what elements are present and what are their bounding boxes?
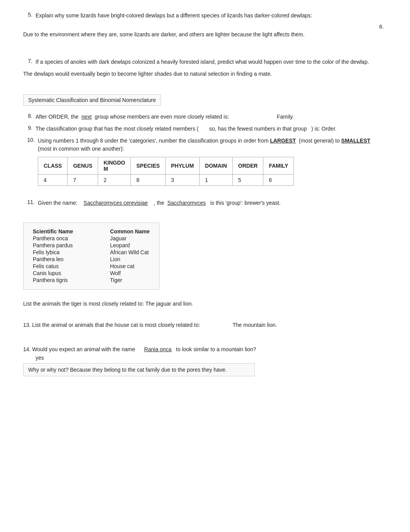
item-11-text: Given the name: Saccharomyces cerevisiae… bbox=[38, 199, 387, 207]
scientific-names-table: Scientific Name Common Name Panthera onc… bbox=[23, 223, 159, 290]
item-13-text: 13. List the animal or animals that the … bbox=[23, 321, 387, 329]
col-order: ORDER bbox=[232, 157, 263, 175]
item-14-answer2-container: Why or why not? Because they belong to t… bbox=[23, 363, 255, 376]
col-domain: DOMAIN bbox=[200, 157, 233, 175]
item-7-answer: The dewlaps would eventually begin to be… bbox=[23, 70, 387, 78]
val-domain: 1 bbox=[200, 175, 233, 186]
common-name-6: Wolf bbox=[110, 270, 121, 276]
item-8-answer: Family. bbox=[277, 114, 294, 120]
item-9-text: The classification group that has the mo… bbox=[36, 125, 387, 133]
item-14-answer2-text: Why or why not? Because they belong to t… bbox=[28, 367, 227, 373]
sci-name-4: Panthera leo bbox=[33, 256, 95, 262]
item-14-answer2-box: Why or why not? Because they belong to t… bbox=[23, 363, 387, 376]
item-13-answer: The mountain lion. bbox=[232, 322, 277, 328]
sci-row-6: Canis lupus Wolf bbox=[33, 270, 150, 276]
sci-header-common: Common Name bbox=[110, 228, 150, 235]
col-phylum: PHYLUM bbox=[165, 157, 199, 175]
sci-row-2: Panthera pardus Leopard bbox=[33, 242, 150, 248]
classification-label-text: Systematic Classification and Binomial N… bbox=[28, 97, 156, 103]
sci-row-4: Panthera leo Lion bbox=[33, 256, 150, 262]
sci-name-2: Panthera pardus bbox=[33, 242, 95, 248]
common-name-1: Jaguar bbox=[110, 235, 127, 241]
item-12: List the animals the tiger is most close… bbox=[23, 300, 387, 308]
item-14-question: 14. Would you expect an animal with the … bbox=[23, 345, 387, 354]
item-11-content: Given the name: Saccharomyces cerevisiae… bbox=[38, 199, 387, 207]
sci-name-7: Panthera tigris bbox=[33, 277, 95, 283]
item-7-answer-text: The dewlaps would eventually begin to be… bbox=[23, 70, 387, 78]
sci-row-3: Felis lybica African Wild Cat bbox=[33, 249, 150, 255]
common-name-3: African Wild Cat bbox=[110, 249, 149, 255]
sci-name-1: Panthera onca bbox=[33, 235, 95, 241]
col-family: FAMILY bbox=[263, 157, 294, 175]
item-6-num: 6. bbox=[23, 24, 387, 30]
sci-name-5: Felis catus bbox=[33, 263, 95, 269]
item-12-text: List the animals the tiger is most close… bbox=[23, 300, 387, 308]
item-5-num: 5. bbox=[23, 12, 36, 20]
item-9: 9. The classification group that has the… bbox=[23, 125, 387, 133]
sci-row-7: Panthera tigris Tiger bbox=[33, 277, 150, 283]
item-7: 7. If a species of anoles with dark dewl… bbox=[23, 58, 387, 66]
item-11-num: 11. bbox=[23, 199, 38, 207]
item-6-text: Due to the environment where they are, s… bbox=[23, 31, 387, 39]
col-species: SPECIES bbox=[131, 157, 166, 175]
item-13: 13. List the animal or animals that the … bbox=[23, 321, 387, 329]
common-name-4: Lion bbox=[110, 256, 120, 262]
item-10: 10. Using numbers 1 through 8 under the … bbox=[23, 137, 387, 191]
col-class: CLASS bbox=[38, 157, 68, 175]
item-5: 5. Explain why some lizards have bright-… bbox=[23, 12, 387, 20]
item-9-content: The classification group that has the mo… bbox=[36, 125, 387, 133]
classification-table: CLASS GENUS KINGDOM SPECIES PHYLUM DOMAI… bbox=[38, 157, 294, 186]
item-8-num: 8. bbox=[23, 113, 36, 121]
classification-table-data-row: 4 7 2 8 3 1 5 6 bbox=[38, 175, 294, 186]
item-5-content: Explain why some lizards have bright-col… bbox=[36, 12, 387, 20]
common-name-7: Tiger bbox=[110, 277, 122, 283]
item-7-num: 7. bbox=[23, 58, 36, 66]
item-11: 11. Given the name: Saccharomyces cerevi… bbox=[23, 199, 387, 207]
item-5-question: Explain why some lizards have bright-col… bbox=[36, 12, 387, 20]
val-genus: 7 bbox=[68, 175, 98, 186]
col-genus: GENUS bbox=[68, 157, 98, 175]
sci-header-scientific: Scientific Name bbox=[33, 228, 95, 235]
item-14: 14. Would you expect an animal with the … bbox=[23, 345, 387, 376]
col-kingdom: KINGDOM bbox=[98, 157, 131, 175]
sci-row-1: Panthera onca Jaguar bbox=[33, 235, 150, 241]
item-7-question: If a species of anoles with dark dewlaps… bbox=[36, 58, 387, 66]
common-name-5: House cat bbox=[110, 263, 134, 269]
item-8: 8. After ORDER, the next group whose mem… bbox=[23, 113, 387, 121]
item-14-answer1: yes bbox=[36, 355, 387, 361]
val-phylum: 3 bbox=[165, 175, 199, 186]
item-6-answer: Due to the environment where they are, s… bbox=[23, 31, 387, 39]
sci-table-header: Scientific Name Common Name bbox=[33, 228, 150, 235]
sci-name-6: Canis lupus bbox=[33, 270, 95, 276]
sci-name-3: Felis lybica bbox=[33, 249, 95, 255]
classification-section-label: Systematic Classification and Binomial N… bbox=[23, 94, 161, 106]
common-name-2: Leopard bbox=[110, 242, 130, 248]
item-8-content: After ORDER, the next group whose member… bbox=[36, 113, 387, 121]
sci-row-5: Felis catus House cat bbox=[33, 263, 150, 269]
item-10-content: Using numbers 1 through 8 under the 'cat… bbox=[38, 137, 387, 191]
val-order: 5 bbox=[232, 175, 263, 186]
val-species: 8 bbox=[131, 175, 166, 186]
item-14-yes: yes bbox=[36, 355, 44, 361]
item-10-num: 10. bbox=[23, 137, 38, 191]
item-7-content: If a species of anoles with dark dewlaps… bbox=[36, 58, 387, 66]
val-kingdom: 2 bbox=[98, 175, 131, 186]
item-8-text: After ORDER, the next group whose member… bbox=[36, 113, 387, 121]
item-6: 6. Due to the environment where they are… bbox=[23, 24, 387, 39]
classification-table-header-row: CLASS GENUS KINGDOM SPECIES PHYLUM DOMAI… bbox=[38, 157, 294, 175]
item-10-text: Using numbers 1 through 8 under the 'cat… bbox=[38, 137, 387, 153]
item-9-num: 9. bbox=[23, 125, 36, 133]
val-class: 4 bbox=[38, 175, 68, 186]
val-family: 6 bbox=[263, 175, 294, 186]
